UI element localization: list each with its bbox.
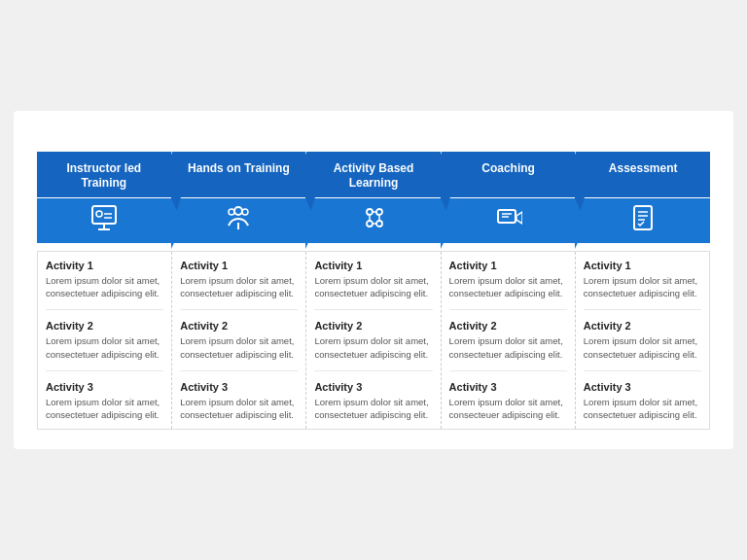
activity-block-instructor-led-2: Activity 2 Lorem ipsum dolor sit amet, c… bbox=[46, 320, 163, 371]
activity-block-activity-based-3: Activity 3 Lorem ipsum dolor sit amet, c… bbox=[314, 381, 432, 422]
activity-block-coaching-3: Activity 3 Lorem ipsum dolor sit amet, c… bbox=[449, 381, 567, 422]
coaching-icon bbox=[495, 204, 522, 235]
handson-icon bbox=[225, 204, 252, 235]
svg-point-3 bbox=[96, 211, 102, 217]
svg-rect-22 bbox=[634, 206, 652, 229]
activity-title-assessment-1: Activity 1 bbox=[584, 260, 701, 271]
content-col-assessment: Activity 1 Lorem ipsum dolor sit amet, c… bbox=[576, 252, 709, 430]
activity-text-assessment-3: Lorem ipsum dolor sit amet, consectetuer… bbox=[584, 396, 701, 422]
content-col-activity-based: Activity 1 Lorem ipsum dolor sit amet, c… bbox=[306, 252, 441, 430]
activity-title-hands-on-3: Activity 3 bbox=[180, 381, 298, 393]
svg-point-10 bbox=[367, 209, 373, 215]
svg-point-12 bbox=[367, 221, 373, 227]
icon-cell-coaching bbox=[442, 198, 576, 243]
activity-title-activity-based-2: Activity 2 bbox=[314, 320, 432, 332]
activity-block-activity-based-2: Activity 2 Lorem ipsum dolor sit amet, c… bbox=[314, 320, 432, 371]
activity-title-instructor-led-3: Activity 3 bbox=[46, 381, 163, 393]
activity-title-instructor-led-2: Activity 2 bbox=[46, 320, 163, 332]
content-col-hands-on: Activity 1 Lorem ipsum dolor sit amet, c… bbox=[172, 252, 306, 430]
activity-text-coaching-3: Lorem ipsum dolor sit amet, consecteuer … bbox=[449, 396, 567, 422]
activity-title-hands-on-2: Activity 2 bbox=[180, 320, 298, 332]
instructor-icon bbox=[90, 204, 118, 235]
activity-text-coaching-1: Lorem ipsum dolor sit amet, consectetuer… bbox=[449, 274, 567, 300]
assessment-icon bbox=[629, 204, 657, 235]
activity-block-coaching-1: Activity 1 Lorem ipsum dolor sit amet, c… bbox=[449, 260, 567, 311]
header-cell-hands-on: Hands on Training bbox=[172, 152, 306, 197]
activity-text-assessment-1: Lorem ipsum dolor sit amet, consectetuer… bbox=[584, 274, 701, 300]
header-cell-instructor-led: Instructor led Training bbox=[37, 152, 171, 197]
activity-block-activity-based-1: Activity 1 Lorem ipsum dolor sit amet, c… bbox=[314, 260, 432, 311]
svg-point-11 bbox=[376, 209, 382, 215]
svg-point-8 bbox=[242, 209, 248, 215]
activity-text-hands-on-1: Lorem ipsum dolor sit amet, consectetuer… bbox=[180, 274, 298, 300]
activity-block-instructor-led-1: Activity 1 Lorem ipsum dolor sit amet, c… bbox=[46, 260, 163, 311]
activity-block-instructor-led-3: Activity 3 Lorem ipsum dolor sit amet, c… bbox=[46, 381, 163, 422]
activity-block-hands-on-3: Activity 3 Lorem ipsum dolor sit amet, c… bbox=[180, 381, 298, 422]
icon-cell-assessment bbox=[576, 198, 710, 243]
svg-point-13 bbox=[376, 221, 382, 227]
activity-title-assessment-2: Activity 2 bbox=[584, 320, 701, 332]
activity-block-assessment-1: Activity 1 Lorem ipsum dolor sit amet, c… bbox=[584, 260, 701, 311]
icon-cell-activity-based bbox=[306, 198, 441, 243]
icon-cell-instructor-led bbox=[37, 198, 171, 243]
activity-block-assessment-2: Activity 2 Lorem ipsum dolor sit amet, c… bbox=[584, 320, 701, 371]
activity-title-hands-on-1: Activity 1 bbox=[180, 260, 298, 271]
activity-title-assessment-3: Activity 3 bbox=[584, 381, 701, 393]
activity-title-coaching-3: Activity 3 bbox=[449, 381, 567, 393]
content-col-coaching: Activity 1 Lorem ipsum dolor sit amet, c… bbox=[442, 252, 576, 430]
activity-text-instructor-led-1: Lorem ipsum dolor sit amet, consectetuer… bbox=[46, 274, 163, 300]
icon-cell-hands-on bbox=[172, 198, 306, 243]
activity-title-coaching-2: Activity 2 bbox=[449, 320, 567, 332]
activity-title-coaching-1: Activity 1 bbox=[449, 260, 567, 271]
activity-block-assessment-3: Activity 3 Lorem ipsum dolor sit amet, c… bbox=[584, 381, 701, 422]
activity-title-activity-based-3: Activity 3 bbox=[314, 381, 432, 393]
activity-title-activity-based-1: Activity 1 bbox=[314, 260, 432, 271]
activity-block-hands-on-1: Activity 1 Lorem ipsum dolor sit amet, c… bbox=[180, 260, 298, 311]
header-cell-coaching: Coaching bbox=[442, 152, 576, 197]
header-cell-assessment: Assessment bbox=[576, 152, 710, 197]
activity-block-coaching-2: Activity 2 Lorem ipsum dolor sit amet, c… bbox=[449, 320, 567, 371]
activity-icon bbox=[360, 204, 387, 235]
header-row: Instructor led TrainingHands on Training… bbox=[37, 152, 710, 197]
svg-marker-21 bbox=[516, 212, 522, 224]
activity-text-activity-based-3: Lorem ipsum dolor sit amet, consectetuer… bbox=[314, 396, 432, 422]
activity-text-assessment-2: Lorem ipsum dolor sit amet, consectetuer… bbox=[584, 334, 701, 361]
slide: Instructor led TrainingHands on Training… bbox=[14, 111, 733, 450]
svg-point-7 bbox=[229, 209, 234, 215]
activity-text-hands-on-3: Lorem ipsum dolor sit amet, consectetuer… bbox=[180, 396, 298, 422]
activity-block-hands-on-2: Activity 2 Lorem ipsum dolor sit amet, c… bbox=[180, 320, 298, 371]
activity-text-activity-based-1: Lorem ipsum dolor sit amet, consectetuer… bbox=[314, 274, 432, 300]
icon-row bbox=[37, 198, 710, 243]
activity-text-instructor-led-2: Lorem ipsum dolor sit amet, consectetuer… bbox=[46, 334, 163, 361]
activity-text-instructor-led-3: Lorem ipsum dolor sit amet, consectetuer… bbox=[46, 396, 163, 422]
header-cell-activity-based: Activity Based Learning bbox=[306, 152, 441, 197]
svg-point-6 bbox=[234, 207, 242, 215]
activity-text-coaching-2: Lorem ipsum dolor sit amet, consectetuer… bbox=[449, 334, 567, 361]
activity-text-activity-based-2: Lorem ipsum dolor sit amet, consectetuer… bbox=[314, 334, 432, 361]
activity-text-hands-on-2: Lorem ipsum dolor sit amet, consectetuer… bbox=[180, 334, 298, 361]
content-col-instructor-led: Activity 1 Lorem ipsum dolor sit amet, c… bbox=[38, 252, 172, 430]
activity-title-instructor-led-1: Activity 1 bbox=[46, 260, 163, 271]
content-area: Activity 1 Lorem ipsum dolor sit amet, c… bbox=[37, 251, 710, 431]
